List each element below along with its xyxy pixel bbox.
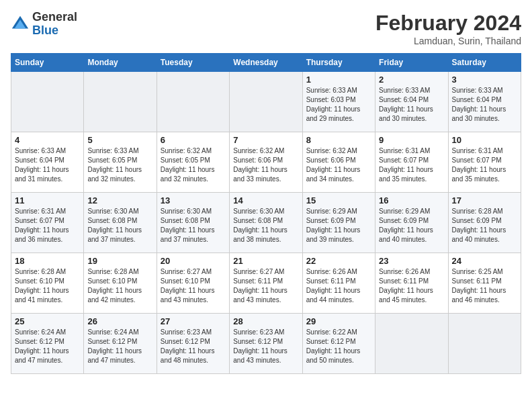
day-info: Sunrise: 6:32 AM Sunset: 6:05 PM Dayligh…	[161, 146, 226, 184]
day-info: Sunrise: 6:24 AM Sunset: 6:12 PM Dayligh…	[87, 328, 152, 365]
day-info: Sunrise: 6:32 AM Sunset: 6:06 PM Dayligh…	[306, 146, 371, 184]
day-info: Sunrise: 6:30 AM Sunset: 6:08 PM Dayligh…	[161, 207, 226, 244]
day-number: 6	[161, 135, 226, 145]
day-info: Sunrise: 6:28 AM Sunset: 6:10 PM Dayligh…	[87, 267, 152, 305]
logo: General Blue	[11, 11, 77, 38]
day-number: 26	[87, 316, 152, 326]
calendar-cell: 23Sunrise: 6:26 AM Sunset: 6:11 PM Dayli…	[375, 253, 448, 314]
calendar-cell: 29Sunrise: 6:22 AM Sunset: 6:12 PM Dayli…	[302, 314, 375, 374]
calendar-cell: 28Sunrise: 6:23 AM Sunset: 6:12 PM Dayli…	[230, 314, 302, 374]
day-number: 27	[161, 316, 226, 326]
calendar-cell	[157, 72, 229, 132]
day-info: Sunrise: 6:25 AM Sunset: 6:11 PM Dayligh…	[452, 267, 517, 305]
calendar-cell: 10Sunrise: 6:31 AM Sunset: 6:07 PM Dayli…	[448, 132, 521, 193]
day-info: Sunrise: 6:29 AM Sunset: 6:09 PM Dayligh…	[306, 207, 371, 244]
day-info: Sunrise: 6:23 AM Sunset: 6:12 PM Dayligh…	[161, 328, 226, 365]
calendar-week-row: 11Sunrise: 6:31 AM Sunset: 6:07 PM Dayli…	[11, 193, 521, 253]
calendar-cell: 17Sunrise: 6:28 AM Sunset: 6:09 PM Dayli…	[448, 193, 521, 253]
calendar-cell: 21Sunrise: 6:27 AM Sunset: 6:11 PM Dayli…	[230, 253, 302, 314]
day-number: 14	[233, 195, 298, 205]
day-info: Sunrise: 6:33 AM Sunset: 6:04 PM Dayligh…	[452, 86, 517, 124]
day-number: 17	[452, 195, 517, 205]
weekday-header: Friday	[375, 54, 448, 72]
calendar-cell: 9Sunrise: 6:31 AM Sunset: 6:07 PM Daylig…	[375, 132, 448, 193]
calendar-cell: 25Sunrise: 6:24 AM Sunset: 6:12 PM Dayli…	[11, 314, 84, 374]
calendar-cell: 16Sunrise: 6:29 AM Sunset: 6:09 PM Dayli…	[375, 193, 448, 253]
weekday-header: Thursday	[302, 54, 375, 72]
calendar-week-row: 1Sunrise: 6:33 AM Sunset: 6:03 PM Daylig…	[11, 72, 521, 132]
day-number: 8	[306, 135, 371, 145]
calendar-cell: 3Sunrise: 6:33 AM Sunset: 6:04 PM Daylig…	[448, 72, 521, 132]
calendar-cell: 14Sunrise: 6:30 AM Sunset: 6:08 PM Dayli…	[230, 193, 302, 253]
day-info: Sunrise: 6:33 AM Sunset: 6:04 PM Dayligh…	[379, 86, 444, 124]
weekday-header: Sunday	[11, 54, 84, 72]
day-number: 5	[87, 135, 152, 145]
day-info: Sunrise: 6:22 AM Sunset: 6:12 PM Dayligh…	[306, 328, 371, 365]
day-info: Sunrise: 6:24 AM Sunset: 6:12 PM Dayligh…	[15, 328, 80, 365]
day-number: 24	[452, 256, 517, 266]
calendar-cell	[84, 72, 157, 132]
calendar-cell: 5Sunrise: 6:33 AM Sunset: 6:05 PM Daylig…	[84, 132, 157, 193]
day-number: 4	[15, 135, 80, 145]
day-number: 9	[379, 135, 444, 145]
calendar-table: SundayMondayTuesdayWednesdayThursdayFrid…	[11, 53, 521, 374]
calendar-cell: 8Sunrise: 6:32 AM Sunset: 6:06 PM Daylig…	[302, 132, 375, 193]
day-number: 19	[87, 256, 152, 266]
day-number: 20	[161, 256, 226, 266]
calendar-cell: 13Sunrise: 6:30 AM Sunset: 6:08 PM Dayli…	[157, 193, 229, 253]
calendar-cell: 24Sunrise: 6:25 AM Sunset: 6:11 PM Dayli…	[448, 253, 521, 314]
day-info: Sunrise: 6:28 AM Sunset: 6:10 PM Dayligh…	[15, 267, 80, 305]
weekday-header-row: SundayMondayTuesdayWednesdayThursdayFrid…	[11, 54, 521, 72]
calendar-cell: 18Sunrise: 6:28 AM Sunset: 6:10 PM Dayli…	[11, 253, 84, 314]
calendar-cell: 20Sunrise: 6:27 AM Sunset: 6:10 PM Dayli…	[157, 253, 229, 314]
day-info: Sunrise: 6:33 AM Sunset: 6:04 PM Dayligh…	[15, 146, 80, 184]
day-info: Sunrise: 6:29 AM Sunset: 6:09 PM Dayligh…	[379, 207, 444, 244]
day-info: Sunrise: 6:26 AM Sunset: 6:11 PM Dayligh…	[379, 267, 444, 305]
calendar-cell: 11Sunrise: 6:31 AM Sunset: 6:07 PM Dayli…	[11, 193, 84, 253]
day-info: Sunrise: 6:31 AM Sunset: 6:07 PM Dayligh…	[15, 207, 80, 244]
month-title: February 2024	[375, 11, 521, 36]
title-block: February 2024 Lamduan, Surin, Thailand	[375, 11, 521, 46]
day-info: Sunrise: 6:30 AM Sunset: 6:08 PM Dayligh…	[87, 207, 152, 244]
calendar-cell: 12Sunrise: 6:30 AM Sunset: 6:08 PM Dayli…	[84, 193, 157, 253]
day-info: Sunrise: 6:32 AM Sunset: 6:06 PM Dayligh…	[233, 146, 298, 184]
calendar-cell: 15Sunrise: 6:29 AM Sunset: 6:09 PM Dayli…	[302, 193, 375, 253]
logo-icon	[11, 15, 30, 34]
day-info: Sunrise: 6:27 AM Sunset: 6:10 PM Dayligh…	[161, 267, 226, 305]
day-info: Sunrise: 6:31 AM Sunset: 6:07 PM Dayligh…	[379, 146, 444, 184]
weekday-header: Wednesday	[230, 54, 302, 72]
calendar-cell: 2Sunrise: 6:33 AM Sunset: 6:04 PM Daylig…	[375, 72, 448, 132]
day-number: 15	[306, 195, 371, 205]
weekday-header: Saturday	[448, 54, 521, 72]
calendar-cell: 22Sunrise: 6:26 AM Sunset: 6:11 PM Dayli…	[302, 253, 375, 314]
calendar-cell: 1Sunrise: 6:33 AM Sunset: 6:03 PM Daylig…	[302, 72, 375, 132]
page-header: General Blue February 2024 Lamduan, Suri…	[11, 11, 521, 46]
calendar-cell: 6Sunrise: 6:32 AM Sunset: 6:05 PM Daylig…	[157, 132, 229, 193]
day-info: Sunrise: 6:33 AM Sunset: 6:05 PM Dayligh…	[87, 146, 152, 184]
calendar-cell	[448, 314, 521, 374]
calendar-cell: 26Sunrise: 6:24 AM Sunset: 6:12 PM Dayli…	[84, 314, 157, 374]
day-number: 22	[306, 256, 371, 266]
calendar-cell	[11, 72, 84, 132]
day-number: 25	[15, 316, 80, 326]
day-number: 29	[306, 316, 371, 326]
day-number: 21	[233, 256, 298, 266]
day-number: 7	[233, 135, 298, 145]
day-info: Sunrise: 6:33 AM Sunset: 6:03 PM Dayligh…	[306, 86, 371, 124]
calendar-cell	[375, 314, 448, 374]
location-subtitle: Lamduan, Surin, Thailand	[375, 36, 521, 46]
calendar-cell	[230, 72, 302, 132]
day-number: 13	[161, 195, 226, 205]
day-number: 2	[379, 75, 444, 85]
day-number: 28	[233, 316, 298, 326]
day-number: 11	[15, 195, 80, 205]
weekday-header: Tuesday	[157, 54, 229, 72]
day-info: Sunrise: 6:31 AM Sunset: 6:07 PM Dayligh…	[452, 146, 517, 184]
calendar-cell: 4Sunrise: 6:33 AM Sunset: 6:04 PM Daylig…	[11, 132, 84, 193]
day-info: Sunrise: 6:26 AM Sunset: 6:11 PM Dayligh…	[306, 267, 371, 305]
calendar-week-row: 4Sunrise: 6:33 AM Sunset: 6:04 PM Daylig…	[11, 132, 521, 193]
day-number: 16	[379, 195, 444, 205]
calendar-cell: 27Sunrise: 6:23 AM Sunset: 6:12 PM Dayli…	[157, 314, 229, 374]
calendar-cell: 7Sunrise: 6:32 AM Sunset: 6:06 PM Daylig…	[230, 132, 302, 193]
calendar-week-row: 25Sunrise: 6:24 AM Sunset: 6:12 PM Dayli…	[11, 314, 521, 374]
